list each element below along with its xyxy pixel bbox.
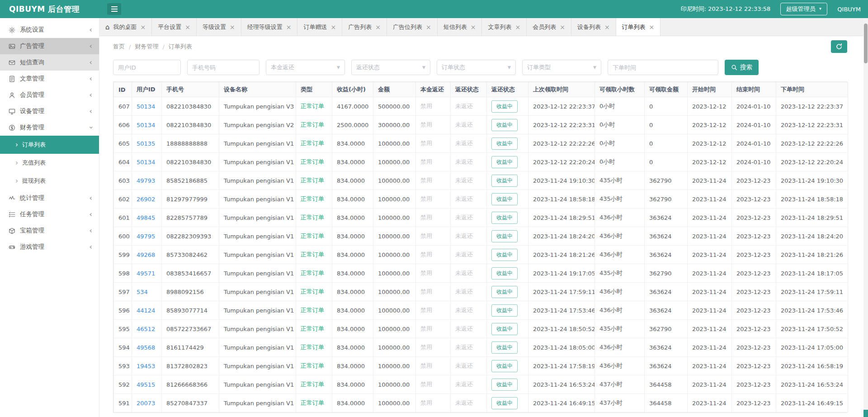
user-id-link[interactable]: 49568: [137, 344, 155, 351]
phone-input[interactable]: [187, 60, 259, 75]
earning-status-button[interactable]: 收益中: [491, 341, 518, 354]
close-icon[interactable]: ×: [185, 24, 190, 30]
close-icon[interactable]: ×: [286, 24, 292, 30]
sidebar-item-广告管理[interactable]: 广告管理‹: [0, 38, 99, 54]
earning-status-button[interactable]: 收益中: [491, 323, 518, 335]
cell-device: Tumpukan pengisian V1: [219, 357, 296, 375]
cell-income: 4167.0000: [332, 97, 373, 116]
role-dropdown[interactable]: 超级管理员 ▼: [780, 3, 827, 15]
user-id-link[interactable]: 49845: [137, 214, 155, 221]
cell-return_action: 收益中: [487, 394, 528, 412]
sidebar-item-文章管理[interactable]: 文章管理‹: [0, 71, 99, 87]
sidebar-subitem-订单列表[interactable]: ›订单列表: [0, 136, 99, 154]
tab-短信列表[interactable]: 短信列表×: [438, 18, 482, 36]
close-icon[interactable]: ×: [330, 24, 336, 30]
tab-会员列表[interactable]: 会员列表×: [527, 18, 571, 36]
sidebar-item-任务管理[interactable]: 任务管理‹: [0, 206, 99, 223]
earning-status-button[interactable]: 收益中: [491, 304, 518, 317]
tab-订单赠送[interactable]: 订单赠送×: [297, 18, 342, 36]
earning-status-button[interactable]: 收益中: [491, 193, 518, 205]
sidebar-item-短信查询[interactable]: 短信查询‹: [0, 54, 99, 71]
tab-平台设置[interactable]: 平台设置×: [152, 18, 197, 36]
earning-status-button[interactable]: 收益中: [491, 249, 518, 261]
close-icon[interactable]: ×: [230, 24, 235, 30]
tab-设备列表[interactable]: 设备列表×: [571, 18, 616, 36]
order-status-select[interactable]: 订单状态 ▼: [437, 60, 516, 75]
user-id-link[interactable]: 50135: [137, 140, 155, 147]
tab-我的桌面[interactable]: ⌂我的桌面×: [99, 18, 152, 36]
user-id-link[interactable]: 50134: [137, 159, 155, 166]
close-icon[interactable]: ×: [375, 24, 381, 30]
sidebar-item-会员管理[interactable]: 会员管理‹: [0, 87, 99, 103]
search-button[interactable]: 搜索: [725, 60, 759, 75]
close-icon[interactable]: ×: [604, 24, 610, 30]
earning-status-button[interactable]: 收益中: [491, 360, 518, 372]
earning-status-button[interactable]: 收益中: [491, 175, 518, 187]
user-id-input[interactable]: [113, 60, 181, 75]
order-type-select[interactable]: 订单类型 ▼: [522, 60, 601, 75]
earning-status-button[interactable]: 收益中: [491, 267, 518, 280]
cell-amount: 100000.00: [373, 246, 416, 264]
earning-status-button[interactable]: 收益中: [491, 397, 518, 409]
user-id-link[interactable]: 44124: [137, 307, 155, 314]
principal-return-select[interactable]: 本金返还 ▼: [266, 60, 345, 75]
close-icon[interactable]: ×: [471, 24, 476, 30]
orders-table: ID用户ID手机号设备名称类型收益(小时)金额本金返还返还状态返还状态上次领取时…: [113, 81, 847, 413]
refresh-button[interactable]: [831, 40, 847, 53]
tab-广告位列表[interactable]: 广告位列表×: [387, 18, 438, 36]
sidebar-item-设备管理[interactable]: 设备管理‹: [0, 103, 99, 119]
main-area: ⌂我的桌面×平台设置×等级设置×经理等级设置×订单赠送×广告列表×广告位列表×短…: [99, 18, 868, 417]
tab-订单列表[interactable]: 订单列表×: [616, 18, 661, 36]
sidebar-item-宝箱管理[interactable]: 宝箱管理‹: [0, 223, 99, 239]
tab-广告列表[interactable]: 广告列表×: [342, 18, 387, 36]
user-id-link[interactable]: 49268: [137, 251, 155, 258]
user-id-link[interactable]: 50134: [137, 103, 155, 110]
tab-文章列表[interactable]: 文章列表×: [482, 18, 527, 36]
sidebar-item-系统设置[interactable]: 系统设置‹: [0, 22, 99, 38]
earning-status-button[interactable]: 收益中: [491, 286, 518, 298]
close-icon[interactable]: ×: [515, 24, 520, 30]
user-id-link[interactable]: 19453: [137, 363, 155, 370]
user-id-link[interactable]: 49571: [137, 270, 155, 277]
breadcrumb-item[interactable]: 财务管理: [135, 43, 158, 51]
subitem-label: 提现列表: [22, 177, 46, 185]
cell-user_id: 49515: [132, 375, 162, 394]
user-id-link[interactable]: 49793: [137, 177, 155, 184]
user-id-link[interactable]: 49515: [137, 381, 155, 388]
tab-经理等级设置[interactable]: 经理等级设置×: [241, 18, 298, 36]
cell-start_date: 2023-11-24: [688, 246, 732, 264]
earning-status-button[interactable]: 收益中: [491, 100, 518, 113]
sidebar-item-财务管理[interactable]: 财务管理‹: [0, 119, 99, 136]
close-icon[interactable]: ×: [649, 24, 655, 30]
close-icon[interactable]: ×: [560, 24, 565, 30]
user-id-link[interactable]: 49795: [137, 233, 155, 240]
earning-status-button[interactable]: 收益中: [491, 212, 518, 224]
earning-status-button[interactable]: 收益中: [491, 119, 518, 131]
user-id-link[interactable]: 534: [137, 289, 148, 295]
user-id-link[interactable]: 20073: [137, 400, 155, 407]
sidebar-subitem-提现列表[interactable]: ›提现列表: [0, 172, 99, 190]
breadcrumb-item[interactable]: 首页: [113, 43, 125, 51]
user-id-link[interactable]: 46512: [137, 326, 155, 332]
user-id-link[interactable]: 50134: [137, 122, 155, 128]
return-status-select[interactable]: 返还状态 ▼: [351, 60, 430, 75]
close-icon[interactable]: ×: [141, 24, 146, 30]
scrollbar-bottom-arrow[interactable]: [863, 410, 868, 417]
table-row: 5994926885733082462Tumpukan pengisian V1…: [114, 246, 848, 264]
earning-status-button[interactable]: 收益中: [491, 379, 518, 391]
hamburger-menu-icon[interactable]: [107, 3, 121, 15]
sidebar-item-统计管理[interactable]: 统计管理‹: [0, 190, 99, 206]
device-icon: [8, 108, 15, 115]
order-time-input[interactable]: [608, 60, 718, 75]
earning-status-button[interactable]: 收益中: [491, 156, 518, 168]
earning-status-button[interactable]: 收益中: [491, 137, 518, 150]
user-id-link[interactable]: 26902: [137, 196, 155, 203]
cell-amount: 100000.00: [373, 301, 416, 320]
tab-等级设置[interactable]: 等级设置×: [197, 18, 241, 36]
earning-status-button[interactable]: 收益中: [491, 230, 518, 242]
sidebar-item-游戏管理[interactable]: 游戏管理‹: [0, 239, 99, 255]
scrollbar-thumb[interactable]: [864, 24, 868, 63]
username[interactable]: QIBUYM: [837, 6, 861, 13]
sidebar-subitem-充值列表[interactable]: ›充值列表: [0, 154, 99, 172]
close-icon[interactable]: ×: [426, 24, 431, 30]
